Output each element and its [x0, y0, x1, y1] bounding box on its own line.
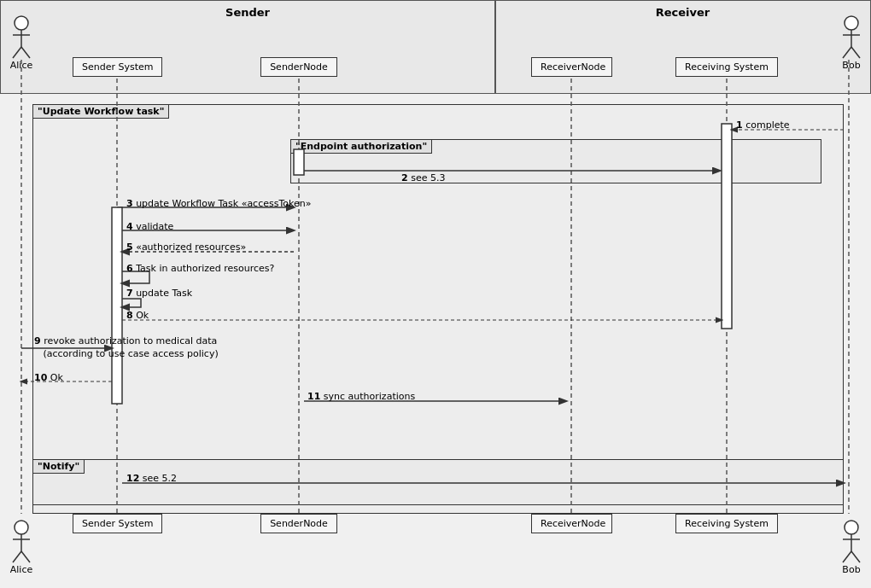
- alice-top-label: Alice: [10, 60, 32, 71]
- actor-alice-bottom: Alice: [9, 520, 34, 575]
- svg-line-3: [13, 47, 21, 58]
- bob-top-label: Bob: [842, 60, 860, 71]
- svg-point-15: [845, 521, 858, 534]
- msg-5-label: 5 «authorized resources»: [126, 242, 246, 253]
- msg-8-label: 8 Ok: [126, 310, 149, 321]
- msg-9-label: 9 revoke authorization to medical data (…: [34, 335, 219, 361]
- msg-11-label: 11 sync authorizations: [307, 391, 415, 402]
- msg-10-label: 10 Ok: [34, 372, 63, 383]
- msg-12-label: 12 see 5.2: [126, 473, 177, 484]
- lifeline-box-receiving-system-top: Receiving System: [675, 57, 778, 77]
- msg-4-label: 4 validate: [126, 221, 173, 232]
- svg-point-10: [15, 521, 28, 534]
- svg-point-5: [845, 16, 858, 30]
- alice-bottom-label: Alice: [10, 564, 32, 575]
- svg-line-18: [843, 551, 851, 562]
- frame-notify-label: "Notify": [32, 459, 85, 474]
- lifeline-box-sender-system-top: Sender System: [73, 57, 162, 77]
- svg-line-4: [21, 47, 30, 58]
- sender-label: Sender: [1, 1, 494, 22]
- msg-7-label: 7 update Task: [126, 288, 192, 299]
- frame-update-workflow-label: "Update Workflow task": [32, 104, 169, 119]
- msg-3-label: 3 update Workflow Task «accessToken»: [126, 198, 311, 209]
- partition-divider: [495, 0, 496, 94]
- partition-sender: Sender: [0, 0, 495, 94]
- partition-receiver: Receiver: [495, 0, 871, 94]
- lifeline-box-sender-node-top: SenderNode: [260, 57, 337, 77]
- svg-line-14: [21, 551, 30, 562]
- receiver-label: Receiver: [495, 1, 870, 22]
- bob-bottom-label: Bob: [842, 564, 860, 575]
- lifeline-box-sender-system-bottom: Sender System: [73, 514, 162, 533]
- msg-2-label: 2 see 5.3: [401, 172, 445, 183]
- lifeline-box-receiver-node-top: ReceiverNode: [531, 57, 612, 77]
- svg-line-13: [13, 551, 21, 562]
- lifeline-box-sender-node-bottom: SenderNode: [260, 514, 337, 533]
- svg-line-9: [851, 47, 860, 58]
- frame-endpoint-auth: "Endpoint authorization": [290, 139, 821, 183]
- svg-point-0: [15, 16, 28, 30]
- msg-6-label: 6 Task in authorized resources?: [126, 263, 274, 274]
- svg-line-19: [851, 551, 860, 562]
- lifeline-box-receiver-node-bottom: ReceiverNode: [531, 514, 612, 533]
- actor-alice-top: Alice: [9, 15, 34, 71]
- lifeline-box-receiving-system-bottom: Receiving System: [675, 514, 778, 533]
- actor-bob-top: Bob: [839, 15, 864, 71]
- actor-bob-bottom: Bob: [839, 520, 864, 575]
- frame-endpoint-auth-label: "Endpoint authorization": [290, 139, 432, 154]
- svg-line-8: [843, 47, 851, 58]
- diagram-container: Sender Receiver Alice Bob: [0, 0, 871, 588]
- msg-1-label: 1 complete: [736, 119, 790, 131]
